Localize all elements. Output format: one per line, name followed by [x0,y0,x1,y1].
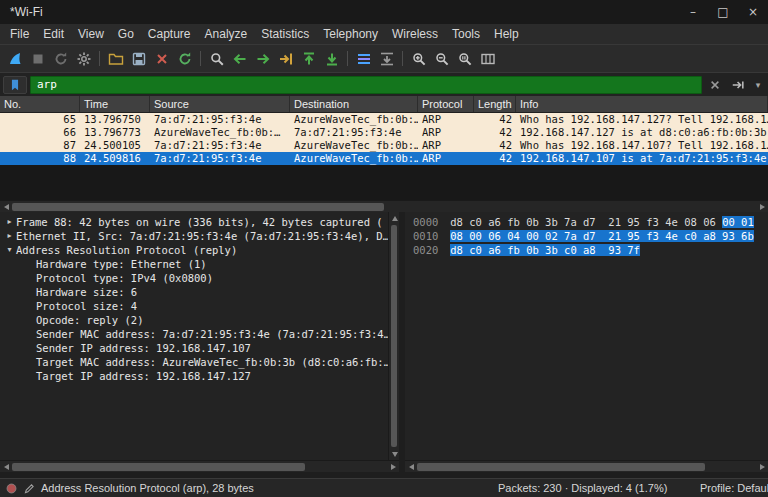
hex-highlight: 00 01 [722,216,754,228]
scrollbar-thumb[interactable] [391,225,397,447]
scroll-left-icon[interactable] [0,461,12,473]
cell-destination: 7a:d7:21:95:f3:4e [290,126,418,139]
filter-dropdown-icon[interactable]: ▾ [751,76,765,94]
main-toolbar [0,44,768,72]
column-header-time[interactable]: Time [80,96,150,112]
go-to-packet-icon[interactable] [274,47,297,70]
scroll-right-icon[interactable] [387,461,399,473]
hex-offset: 0000 [413,216,438,228]
cell-destination: AzureWaveTec_fb:0b:… [290,152,418,165]
zoom-out-icon[interactable] [430,47,453,70]
scrollbar-thumb[interactable] [12,203,384,211]
column-header-destination[interactable]: Destination [290,96,418,112]
scroll-right-icon[interactable] [756,461,768,473]
wireshark-window: *Wi-Fi – □ × File Edit View Go Capture A… [0,0,768,497]
expander-icon[interactable]: ▾ [3,243,16,257]
zoom-in-icon[interactable] [407,47,430,70]
scroll-up-icon[interactable] [389,212,401,224]
packet-row-selected[interactable]: 88 24.509816 7a:d7:21:95:f3:4e AzureWave… [0,152,768,165]
menu-wireless[interactable]: Wireless [385,26,445,42]
close-icon[interactable]: × [738,0,768,24]
stop-capture-icon[interactable] [26,47,49,70]
resize-columns-icon[interactable] [476,47,499,70]
menu-capture[interactable]: Capture [141,26,198,42]
detail-line[interactable]: Protocol size: 4 [0,299,388,313]
cell-source: AzureWaveTec_fb:0b:… [150,126,290,139]
menu-statistics[interactable]: Statistics [254,26,316,42]
start-capture-icon[interactable] [3,47,26,70]
column-header-source[interactable]: Source [150,96,290,112]
detail-line[interactable]: Opcode: reply (2) [0,313,388,327]
hex-row[interactable]: 001008 00 06 04 00 02 7a d7 21 95 f3 4e … [413,229,768,243]
menu-telephony[interactable]: Telephony [316,26,385,42]
menu-view[interactable]: View [71,26,111,42]
zoom-original-icon[interactable] [453,47,476,70]
scroll-left-icon[interactable] [0,201,12,213]
detail-line[interactable]: Target IP address: 192.168.147.127 [0,369,388,383]
menu-analyze[interactable]: Analyze [198,26,255,42]
hex-highlight: 08 00 06 04 00 02 7a d7 21 95 f3 4e c0 a… [450,230,753,242]
expander-icon[interactable]: ▸ [3,229,16,243]
go-first-packet-icon[interactable] [297,47,320,70]
maximize-icon[interactable]: □ [708,0,738,24]
menu-tools[interactable]: Tools [445,26,487,42]
reload-file-icon[interactable] [173,47,196,70]
detail-vscrollbar[interactable] [388,212,399,460]
expert-info-icon[interactable] [5,482,18,495]
hex-row[interactable]: 0020d8 c0 a6 fb 0b 3b c0 a8 93 7f [413,243,768,257]
detail-line[interactable]: Hardware size: 6 [0,285,388,299]
detail-line[interactable]: ▸Frame 88: 42 bytes on wire (336 bits), … [0,215,388,229]
cell-no: 65 [0,113,80,126]
detail-line[interactable]: ▾Address Resolution Protocol (reply) [0,243,388,257]
packet-list-hscrollbar[interactable] [0,200,768,212]
scroll-left-icon[interactable] [405,461,417,473]
save-file-icon[interactable] [127,47,150,70]
hex-row[interactable]: 0000d8 c0 a6 fb 0b 3b 7a d7 21 95 f3 4e … [413,215,768,229]
toolbar-separator [99,51,100,66]
hex-hscrollbar[interactable] [405,460,768,472]
scrollbar-thumb[interactable] [417,463,705,471]
go-back-icon[interactable] [228,47,251,70]
find-packet-icon[interactable] [205,47,228,70]
packet-row[interactable]: 87 24.500105 7a:d7:21:95:f3:4e AzureWave… [0,139,768,152]
colorize-packets-icon[interactable] [352,47,375,70]
packet-list-header: No. Time Source Destination Protocol Len… [0,96,768,113]
scroll-down-icon[interactable] [389,448,401,460]
status-profile[interactable]: Profile: Default [700,482,768,494]
filter-apply-icon[interactable] [728,76,748,94]
menu-help[interactable]: Help [487,26,526,42]
detail-hscrollbar[interactable] [0,460,399,472]
filter-bookmark-icon[interactable] [3,76,27,94]
scroll-right-icon[interactable] [756,201,768,213]
restart-capture-icon[interactable] [49,47,72,70]
capture-options-icon[interactable] [72,47,95,70]
detail-line[interactable]: ▸Ethernet II, Src: 7a:d7:21:95:f3:4e (7a… [0,229,388,243]
cell-time: 24.509816 [80,152,150,165]
close-file-icon[interactable] [150,47,173,70]
detail-line[interactable]: Sender IP address: 192.168.147.107 [0,341,388,355]
go-last-packet-icon[interactable] [320,47,343,70]
menu-edit[interactable]: Edit [36,26,71,42]
column-header-info[interactable]: Info [516,96,768,112]
packet-row[interactable]: 65 13.796750 7a:d7:21:95:f3:4e AzureWave… [0,113,768,126]
display-filter-input[interactable] [30,76,702,94]
detail-line[interactable]: Protocol type: IPv4 (0x0800) [0,271,388,285]
filter-clear-icon[interactable] [705,76,725,94]
packet-row[interactable]: 66 13.796773 AzureWaveTec_fb:0b:… 7a:d7:… [0,126,768,139]
detail-line[interactable]: Sender MAC address: 7a:d7:21:95:f3:4e (7… [0,327,388,341]
hex-highlight: d8 c0 a6 fb 0b 3b c0 a8 93 7f [450,244,640,256]
menu-file[interactable]: File [3,26,36,42]
column-header-length[interactable]: Length [474,96,516,112]
minimize-icon[interactable]: – [678,0,708,24]
detail-line[interactable]: Hardware type: Ethernet (1) [0,257,388,271]
column-header-no[interactable]: No. [0,96,80,112]
column-header-protocol[interactable]: Protocol [418,96,474,112]
detail-line[interactable]: Target MAC address: AzureWaveTec_fb:0b:3… [0,355,388,369]
open-file-icon[interactable] [104,47,127,70]
scrollbar-thumb[interactable] [12,463,305,471]
auto-scroll-icon[interactable] [375,47,398,70]
capture-comment-icon[interactable] [23,482,36,495]
menu-go[interactable]: Go [111,26,141,42]
expander-icon[interactable]: ▸ [3,215,16,229]
go-forward-icon[interactable] [251,47,274,70]
